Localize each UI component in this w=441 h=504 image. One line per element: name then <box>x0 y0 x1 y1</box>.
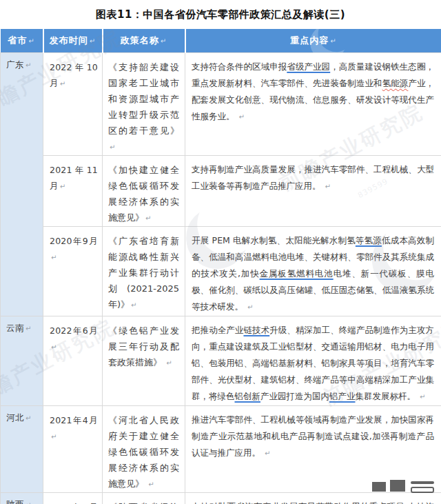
date-label: 2021年4月 <box>50 502 98 504</box>
table-row: 河北↵ 2021年4月↵ 《河北省人民政府关于建立健全绿色低碳循环发展经济体系的… <box>1 405 441 492</box>
date-cell: 2022年6月↵ <box>43 316 103 405</box>
content-text: 支持再制造产业高质量发展，推进汽车零部件、工程机械、大型工业装备等再制造产品推广… <box>192 164 434 191</box>
paragraph-mark: ↵ <box>247 303 253 311</box>
paragraph-mark: ↵ <box>25 501 32 504</box>
content-segment: 支持符合条件的区域申报 <box>192 61 287 72</box>
policy-cell: 《加快建立健全绿色低碳循环发展经济体系的实施意见》↵ <box>103 155 185 226</box>
date-cell: 2020年9月↵ <box>43 226 103 316</box>
content-text: 把推动全产业链技术升级、精深加工、终端产品制造作为主攻方向，重点建设建筑及工业铝… <box>192 325 434 401</box>
content-segment: 铝产业 <box>329 391 356 401</box>
content-segment: 等氢源 <box>356 235 382 245</box>
policy-cell: 《绿色铝产业发展三年行动及配套政策措施》 ↵ <box>103 316 185 405</box>
header-label: 发布时间 <box>50 35 88 46</box>
date-cell: 2022 年 10 月↵ <box>43 52 103 155</box>
content-segment: 升级、精深加工、终端产品制造作为主攻方向，重点建设建筑及工业铝型材、交通运输用铝… <box>192 325 434 401</box>
province-label: 广东 <box>6 59 24 70</box>
content-segment: 集群发展标杆。 <box>356 391 416 401</box>
table-row: 2021年11月↵ 《加快建立健全绿色低碳循环发展经济体系的实施意见》↵ 支持再… <box>1 155 441 226</box>
content-segment: 把推动全产业 <box>192 325 243 335</box>
policy-label: 《陕西省省级汽车产业发展专项资金管理办法》 <box>108 502 179 504</box>
header-cell-content: 重点内容↵ <box>185 29 441 52</box>
date-label: 2021年4月 <box>50 415 98 425</box>
content-segment: 链技术 <box>243 325 269 335</box>
province-cell-hebei: 河北↵ <box>1 405 43 492</box>
paragraph-mark: ↵ <box>51 343 57 351</box>
policy-table: 省市↵ 发布时间↵ 政策名称↵ 重点内容↵ 广东↵ 2022 年 10 月↵ 《… <box>0 29 441 504</box>
content-text: 开展 PEM 电解水制氢、太阳能光解水制氢等氢源低成本高效制备、低温和高温燃料电… <box>192 235 434 312</box>
province-cell-guangdong: 广东↵ <box>1 52 43 316</box>
paragraph-mark: ↵ <box>131 301 136 309</box>
content-cell: 把推动全产业链技术升级、精深加工、终端产品制造作为主攻方向，重点建设建筑及工业铝… <box>185 316 441 405</box>
content-text: 支持符合条件的区域申报省级产业园，高质量建设钢铁生态圈，重点发展新材料、汽车零部… <box>192 61 434 121</box>
content-segment: 铝创新 <box>235 391 261 401</box>
header-cell-province: 省市↵ <box>1 29 43 52</box>
policy-cell: 《河北省人民政府关于建立健全绿色低碳循环发展经济体系的实施意见》 ↵ <box>103 405 185 492</box>
paragraph-mark: ↵ <box>25 61 32 69</box>
paragraph-mark: ↵ <box>148 481 154 488</box>
page-title: 图表11：中国各省份汽车零部件政策汇总及解读(三) <box>0 0 441 29</box>
header-label: 省市 <box>8 35 27 46</box>
paragraph-mark: ↵ <box>51 254 57 261</box>
paragraph-mark: ↵ <box>145 214 151 222</box>
table-row: 陕西↵ 2021年4月↵ 《陕西省省级汽车产业发展专项资金管理办法》 ↵ 支持对… <box>1 492 441 504</box>
policy-label: 《河北省人民政府关于建立健全绿色低碳循环发展经济体系的实施意见》 <box>108 415 179 489</box>
paragraph-mark: ↵ <box>25 325 32 332</box>
table-row: 广东↵ 2022 年 10 月↵ 《支持韶关建设国家老工业城市和资源型城市产业转… <box>1 52 441 155</box>
content-cell: 推进汽车零部件、工程机械等领域再制造产业发展，加快国家再制造产业示范基地和机电产… <box>185 405 441 492</box>
header-cell-date: 发布时间↵ <box>43 29 103 52</box>
paragraph-mark: ↵ <box>238 113 244 121</box>
province-label: 陕西 <box>6 499 24 504</box>
content-segment: 省级产业园 <box>287 61 330 72</box>
content-cell: 支持对陕西省汽车产业发展有显著带动作用的重点项目,支持汽车产业集群龙头企业和重点… <box>185 492 441 504</box>
paragraph-mark: ↵ <box>161 37 167 45</box>
table-row: 2020年9月↵ 《广东省培育新能源战略性新兴产业集群行动计划(2021-202… <box>1 226 441 316</box>
header-cell-policy: 政策名称↵ <box>103 29 185 52</box>
content-segment: 产业园打造为国内 <box>260 391 329 401</box>
paragraph-mark: ↵ <box>25 414 32 422</box>
header-label: 重点内容 <box>290 35 329 46</box>
content-segment: 支持对陕西省汽车产业发展有显著带动作用的重点项目,支持汽车产业集群龙头企业和重点… <box>192 501 434 504</box>
content-cell: 开展 PEM 电解水制氢、太阳能光解水制氢等氢源低成本高效制备、低温和高温燃料电… <box>185 226 441 316</box>
province-cell-shaanxi: 陕西↵ <box>1 492 43 504</box>
paragraph-mark: ↵ <box>60 183 66 190</box>
paragraph-mark: ↵ <box>330 37 336 45</box>
paragraph-mark: ↵ <box>28 37 34 45</box>
paragraph-mark: ↵ <box>110 143 115 151</box>
policy-label: 《广东省培育新能源战略性新兴产业集群行动计划(2021-2025年)》 <box>108 236 179 310</box>
content-text: 推进汽车零部件、工程机械等领域再制造产业发展，加快国家再制造产业示范基地和机电产… <box>192 414 434 458</box>
province-label: 河北 <box>6 412 24 423</box>
paragraph-mark: ↵ <box>420 393 425 401</box>
content-segment: 推进汽车零部件、工程机械等领域再制造产业发展，加快国家再制造产业示范基地和机电产… <box>192 414 434 458</box>
content-segment: 开展 PEM 电解水制氢、太阳能光解水制氢 <box>192 235 356 245</box>
content-cell: 支持再制造产业高质量发展，推进汽车零部件、工程机械、大型工业装备等再制造产品推广… <box>185 155 441 226</box>
paragraph-mark: ↵ <box>51 433 57 441</box>
province-cell-yunnan: 云南↵ <box>1 316 43 405</box>
paragraph-mark: ↵ <box>90 37 96 45</box>
policy-cell: 《支持韶关建设国家老工业城市和资源型城市产业转型升级示范区的若干意见》 ↵ <box>103 52 185 155</box>
policy-cell: 《广东省培育新能源战略性新兴产业集群行动计划(2021-2025年)》↵ <box>103 226 185 316</box>
paragraph-mark: ↵ <box>60 80 66 88</box>
content-cell: 支持符合条件的区域申报省级产业园，高质量建设钢铁生态圈，重点发展新材料、汽车零部… <box>185 52 441 155</box>
date-label: 2021年11月 <box>50 165 98 191</box>
date-label: 2020年9月 <box>50 236 98 246</box>
date-cell: 2021年11月↵ <box>43 155 103 226</box>
table-header-row: 省市↵ 发布时间↵ 政策名称↵ 重点内容↵ <box>1 29 441 52</box>
content-segment: 金属板氢燃料电池 <box>260 268 334 279</box>
province-label: 云南 <box>6 323 24 333</box>
paragraph-mark: ↵ <box>166 359 172 367</box>
content-text: 支持对陕西省汽车产业发展有显著带动作用的重点项目,支持汽车产业集群龙头企业和重点… <box>192 501 434 504</box>
content-segment: 支持再制造产业高质量发展，推进汽车零部件、工程机械、大型工业装备等再制造产品推广… <box>192 164 434 191</box>
policy-label: 《加快建立健全绿色低碳循环发展经济体系的实施意见》 <box>108 165 179 223</box>
content-segment: 氢能源 <box>382 78 409 88</box>
date-label: 2022 年 10 月 <box>50 62 98 88</box>
policy-cell: 《陕西省省级汽车产业发展专项资金管理办法》 ↵ <box>103 492 185 504</box>
paragraph-mark: ↵ <box>265 450 270 457</box>
date-cell: 2021年4月↵ <box>43 405 103 492</box>
policy-label: 《支持韶关建设国家老工业城市和资源型城市产业转型升级示范区的若干意见》 <box>108 62 179 136</box>
date-label: 2022年6月 <box>50 325 98 336</box>
date-cell: 2021年4月↵ <box>43 492 103 504</box>
table-row: 云南↵ 2022年6月↵ 《绿色铝产业发展三年行动及配套政策措施》 ↵ 把推动全… <box>1 316 441 405</box>
header-label: 政策名称 <box>121 35 159 46</box>
paragraph-mark: ↵ <box>325 183 330 190</box>
